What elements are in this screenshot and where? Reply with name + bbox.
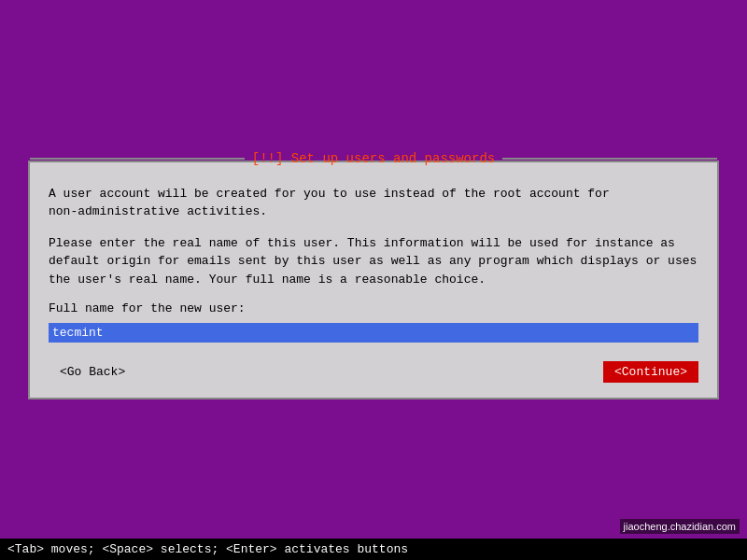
description-text-2: Please enter the real name of this user.… [49,234,698,289]
continue-button[interactable]: <Continue> [603,361,698,383]
go-back-button[interactable]: <Go Back> [49,361,136,383]
dialog-title: [!!] Set up users and passwords [252,151,495,166]
dialog-box: [!!] Set up users and passwords A user a… [28,161,719,400]
dialog-title-bar: [!!] Set up users and passwords [30,151,717,166]
status-bar: <Tab> moves; <Space> selects; <Enter> ac… [0,539,747,560]
button-row: <Go Back> <Continue> [49,357,698,383]
description-text-1: A user account will be created for you t… [49,185,698,221]
full-name-input[interactable] [49,323,698,343]
dialog-content: A user account will be created for you t… [30,162,717,399]
desktop: [!!] Set up users and passwords A user a… [0,0,747,560]
title-line-left [30,158,245,160]
status-bar-text: <Tab> moves; <Space> selects; <Enter> ac… [7,542,408,556]
watermark: jiaocheng.chazidian.com [620,519,740,534]
field-label: Full name for the new user: [49,301,698,315]
title-line-right [502,158,717,160]
